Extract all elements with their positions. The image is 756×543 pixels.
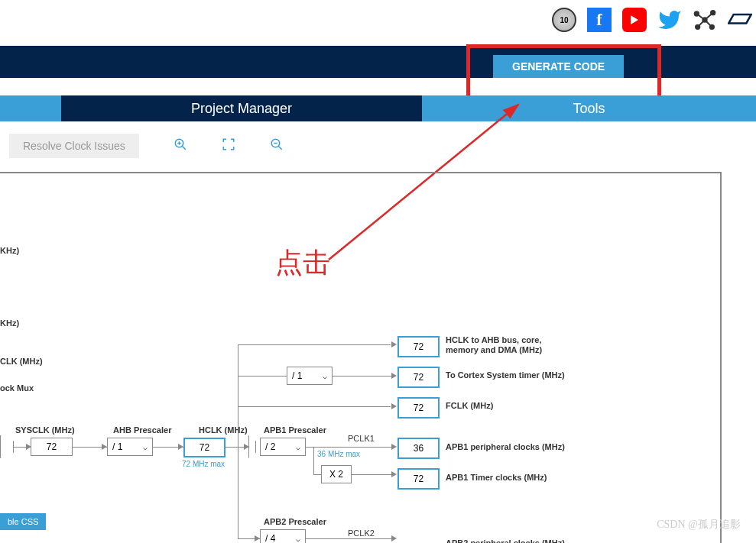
zoom-out-icon[interactable] (270, 137, 284, 154)
clock-mux-shape (0, 435, 14, 458)
hclk-ahb-output[interactable]: 72 (397, 336, 440, 357)
chevron-down-icon: ⌵ (143, 443, 148, 451)
twitter-icon[interactable] (657, 8, 682, 32)
sysclk-label: SYSCLK (MHz) (15, 425, 75, 435)
khz-label-2: KHz) (0, 318, 19, 328)
apb2-prescaler-select[interactable]: / 4⌵ (260, 529, 306, 543)
hclk-max-label: 72 MHz max (182, 460, 225, 468)
apb1-prescaler-select[interactable]: / 2⌵ (260, 438, 306, 456)
generate-code-button[interactable]: GENERATE CODE (493, 55, 624, 78)
cortex-div-select[interactable]: / 1⌵ (287, 367, 333, 385)
facebook-icon[interactable]: f (587, 8, 612, 32)
apb1-timer-desc: APB1 Timer clocks (MHz) (446, 473, 547, 482)
tab-bar: Project Manager Tools (0, 95, 756, 121)
apb1-periph-desc: APB1 peripheral clocks (MHz) (446, 442, 565, 451)
svg-line-6 (705, 13, 713, 20)
tab-tools[interactable]: Tools (420, 95, 756, 121)
cortex-timer-desc: To Cortex System timer (MHz) (446, 370, 565, 380)
hclk-input[interactable]: 72 (183, 438, 226, 457)
st-logo-icon[interactable] (728, 8, 752, 32)
chevron-down-icon: ⌵ (296, 535, 300, 543)
hclk-label: HCLK (MHz) (199, 425, 248, 435)
ahb-prescaler-select[interactable]: / 1⌵ (107, 438, 153, 456)
watermark: CSDN @孤月追影 (657, 518, 741, 532)
khz-label-1: KHz) (0, 246, 19, 255)
tab-blank[interactable] (0, 95, 61, 121)
community-icon[interactable] (693, 8, 717, 32)
pclk2-label: PCLK2 (348, 528, 375, 538)
anniversary-badge-icon: 10 (552, 8, 576, 32)
svg-line-10 (182, 146, 186, 150)
clock-mux-label: ock Mux (0, 383, 34, 393)
apb1-timer-output[interactable]: 72 (397, 468, 440, 490)
ahb-prescaler-label: AHB Prescaler (113, 425, 171, 435)
pclk1-label: PCLK1 (348, 434, 375, 443)
zoom-in-icon[interactable] (174, 137, 187, 154)
chevron-down-icon: ⌵ (296, 443, 300, 451)
svg-line-14 (278, 146, 282, 150)
svg-line-5 (696, 14, 705, 20)
apb2-prescaler-label: APB2 Prescaler (264, 517, 326, 526)
fit-screen-icon[interactable] (222, 137, 235, 154)
apb1-timer-mult: X 2 (321, 465, 352, 483)
hclk-ahb-desc: HCLK to AHB bus, core,memory and DMA (MH… (446, 335, 542, 355)
fclk-desc: FCLK (MHz) (446, 401, 493, 410)
cortex-timer-output[interactable]: 72 (397, 367, 440, 388)
enable-css-button[interactable]: ble CSS (0, 513, 46, 530)
youtube-icon[interactable] (622, 8, 647, 32)
apb1-prescaler-label: APB1 Prescaler (264, 425, 326, 435)
clock-diagram: KHz) KHz) CLK (MHz) ock Mux SYSCLK (MHz)… (0, 172, 722, 543)
pclk1-max-label: 36 MHz max (317, 450, 360, 458)
resolve-clock-issues-button[interactable]: Resolve Clock Issues (9, 134, 139, 158)
chevron-down-icon: ⌵ (323, 372, 327, 380)
clk-label: CLK (MHz) (0, 357, 43, 366)
svg-line-7 (705, 20, 712, 27)
svg-line-8 (698, 20, 705, 27)
fclk-output[interactable]: 72 (397, 397, 440, 419)
apb-mux-shape (248, 435, 256, 458)
apb2-periph-desc: APB2 peripheral clocks (MHz) (446, 538, 565, 543)
apb1-periph-output[interactable]: 36 (397, 438, 440, 459)
tab-project-manager[interactable]: Project Manager (61, 95, 420, 121)
sysclk-input[interactable]: 72 (31, 438, 73, 456)
